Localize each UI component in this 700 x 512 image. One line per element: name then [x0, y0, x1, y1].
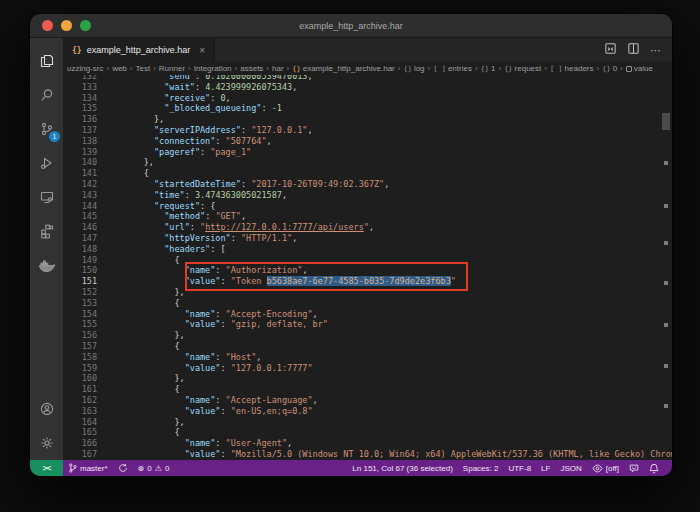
- account-icon[interactable]: [30, 392, 63, 426]
- open-changes-icon[interactable]: [604, 41, 617, 59]
- code-line[interactable]: 158"name": "Host",: [63, 352, 672, 363]
- token: "name": [185, 309, 216, 319]
- code-line[interactable]: 149{: [63, 255, 672, 266]
- code-line[interactable]: 132"send": 0.102000000539470013,: [63, 75, 672, 82]
- token: {: [174, 255, 179, 265]
- code-line[interactable]: 137"serverIPAddress": "127.0.0.1",: [63, 125, 672, 136]
- scrollbar-thumb[interactable]: [662, 113, 670, 130]
- remote-explorer-icon[interactable]: [30, 180, 63, 214]
- breadcrumb-item-1[interactable]: {}1: [481, 64, 496, 73]
- breadcrumb-separator: ›: [428, 64, 431, 73]
- code-text: "name": "User-Agent",: [113, 438, 672, 449]
- code-line[interactable]: 161{: [63, 384, 672, 395]
- code-line[interactable]: 144"request": {: [63, 201, 672, 212]
- breadcrumb-item-har[interactable]: har: [272, 64, 284, 73]
- breadcrumb-item-value[interactable]: value: [626, 64, 653, 73]
- code-line[interactable]: 141{: [63, 168, 672, 179]
- split-editor-icon[interactable]: [627, 41, 640, 59]
- code-line[interactable]: 155"value": "gzip, deflate, br": [63, 319, 672, 330]
- cursor-position-item[interactable]: Ln 151, Col 67 (36 selected): [347, 460, 458, 476]
- code-line[interactable]: 165{: [63, 427, 672, 438]
- token: "Accept-Encoding": [226, 309, 313, 319]
- code-line[interactable]: 164},: [63, 417, 672, 428]
- settings-gear-icon[interactable]: [30, 426, 63, 460]
- spell-checker-item[interactable]: [off]: [587, 460, 624, 476]
- tab-example-http-archive[interactable]: {} example_http_archive.har ×: [63, 38, 215, 62]
- minimize-window-button[interactable]: [61, 20, 72, 31]
- code-line[interactable]: 157{: [63, 341, 672, 352]
- feedback-item[interactable]: [624, 460, 644, 476]
- code-line[interactable]: 134"receive": 0,: [63, 93, 672, 104]
- code-line[interactable]: 139"pageref": "page_1": [63, 147, 672, 158]
- line-number: 143: [63, 190, 113, 201]
- problems-item[interactable]: ⊗ 0 ⚠ 0: [133, 460, 175, 476]
- code-line[interactable]: 147"httpVersion": "HTTP/1.1",: [63, 233, 672, 244]
- code-line[interactable]: 146"url": "http://127.0.0.1:7777/api/use…: [63, 222, 672, 233]
- sync-item[interactable]: [113, 460, 133, 476]
- explorer-icon[interactable]: [30, 44, 63, 78]
- breadcrumb-item-0[interactable]: {}0: [602, 64, 617, 73]
- breadcrumb-item-runner[interactable]: Runner: [159, 64, 185, 73]
- line-number: 164: [63, 417, 113, 428]
- code-line[interactable]: 145"method": "GET",: [63, 211, 672, 222]
- code-line[interactable]: 159"value": "127.0.0.1:7777": [63, 363, 672, 374]
- token: "value": [185, 363, 221, 373]
- close-window-button[interactable]: [42, 20, 53, 31]
- extensions-icon[interactable]: [30, 214, 63, 248]
- code-line[interactable]: 150"name": "Authorization",: [63, 265, 672, 276]
- notifications-item[interactable]: [644, 460, 664, 476]
- code-line[interactable]: 156},: [63, 330, 672, 341]
- docker-icon[interactable]: [30, 248, 63, 282]
- breadcrumb-item-log[interactable]: {}log: [403, 64, 424, 73]
- code-line[interactable]: 140},: [63, 157, 672, 168]
- git-branch-item[interactable]: master*: [63, 460, 113, 476]
- token: "httpVersion": [164, 233, 231, 243]
- breadcrumb-label: Runner: [159, 64, 185, 73]
- code-text: "value": "127.0.0.1:7777": [113, 363, 672, 374]
- code-line[interactable]: 160},: [63, 373, 672, 384]
- code-line[interactable]: 138"connection": "507764",: [63, 136, 672, 147]
- code-line[interactable]: 142"startedDateTime": "2017-10-26T09:49:…: [63, 179, 672, 190]
- line-number: 138: [63, 136, 113, 147]
- source-control-icon[interactable]: 1: [30, 112, 63, 146]
- breadcrumb-item-request[interactable]: {}request: [504, 64, 541, 73]
- language-mode-item[interactable]: JSON: [555, 460, 586, 476]
- line-number: 165: [63, 427, 113, 438]
- breadcrumb-item-integration[interactable]: Integration: [194, 64, 232, 73]
- code-line[interactable]: 163"value": "en-US,en;q=0.8": [63, 406, 672, 417]
- eol-item[interactable]: LF: [536, 460, 555, 476]
- token: :: [215, 136, 225, 146]
- code-line[interactable]: 135"_blocked_queueing": -1: [63, 103, 672, 114]
- search-icon[interactable]: [30, 78, 63, 112]
- json-file-icon: {}: [72, 46, 82, 55]
- breadcrumb-item-assets[interactable]: assets: [240, 64, 263, 73]
- more-actions-icon[interactable]: ⋯: [650, 44, 662, 57]
- tab-close-icon[interactable]: ×: [199, 45, 205, 56]
- breadcrumb-item-uzzing-src[interactable]: uzzing-src: [67, 64, 103, 73]
- breadcrumb-label: log: [414, 64, 425, 73]
- code-text: "request": {: [113, 201, 672, 212]
- indentation-item[interactable]: Spaces: 2: [458, 460, 504, 476]
- code-line[interactable]: 152},: [63, 287, 672, 298]
- breadcrumb-item-example-http-archive-har[interactable]: {}example_http_archive.har: [292, 64, 395, 73]
- code-line[interactable]: 167"value": "Mozilla/5.0 (Windows NT 10.…: [63, 449, 672, 460]
- code-line[interactable]: 153{: [63, 298, 672, 309]
- code-line[interactable]: 143"time": 3.474363005021587,: [63, 190, 672, 201]
- code-text: {: [113, 168, 672, 179]
- maximize-window-button[interactable]: [80, 20, 91, 31]
- tab-label: example_http_archive.har: [87, 45, 191, 55]
- remote-indicator[interactable]: ><: [30, 460, 63, 476]
- breadcrumb-item-web[interactable]: web: [112, 64, 127, 73]
- breadcrumb-item-test[interactable]: Test: [135, 64, 150, 73]
- code-line[interactable]: 162"name": "Accept-Language",: [63, 395, 672, 406]
- code-line[interactable]: 133"wait": 4.423999926075343,: [63, 82, 672, 93]
- breadcrumb-item-headers[interactable]: [ ]headers: [550, 64, 594, 73]
- code-line[interactable]: 136},: [63, 114, 672, 125]
- encoding-item[interactable]: UTF-8: [503, 460, 536, 476]
- run-debug-icon[interactable]: [30, 146, 63, 180]
- breadcrumb-item-entries[interactable]: [ ]entries: [433, 64, 472, 73]
- code-line[interactable]: 154"name": "Accept-Encoding",: [63, 309, 672, 320]
- code-line[interactable]: 166"name": "User-Agent",: [63, 438, 672, 449]
- code-line[interactable]: 148"headers": [: [63, 244, 672, 255]
- code-line[interactable]: 151"value": "Token b5638ae7-6e77-4585-b0…: [63, 276, 672, 287]
